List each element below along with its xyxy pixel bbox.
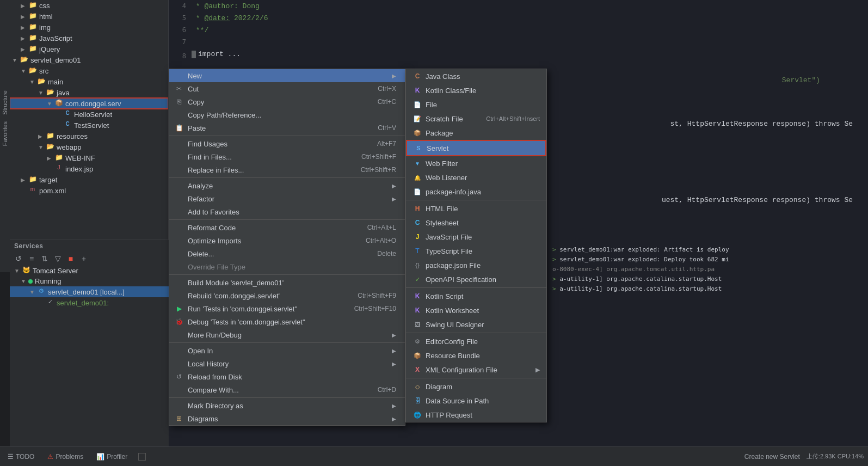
sub-sep-4 (406, 378, 546, 378)
tree-item-main[interactable]: ▼ 📂 main (10, 76, 168, 87)
tree-item-servlet-demo01[interactable]: ▼ 📂 servlet_demo01 (10, 54, 168, 65)
sub-item-file[interactable]: 📄 File (406, 97, 546, 112)
ctx-item-analyze[interactable]: Analyze ▶ (169, 179, 405, 192)
ctx-item-compare[interactable]: Compare With... Ctrl+D (169, 383, 405, 396)
ctx-item-reformat[interactable]: Reformat Code Ctrl+Alt+L (169, 221, 405, 234)
statusbar-profiler[interactable]: 📊 Profiler (93, 451, 131, 463)
sub-item-servlet[interactable]: S Servlet (406, 140, 546, 156)
folder-icon-jquery: 📁 (28, 45, 37, 53)
ctx-item-find-files[interactable]: Find in Files... Ctrl+Shift+F (169, 150, 405, 163)
tree-item-com-donggei[interactable]: ▼ 📦 com.donggei.serv (10, 98, 168, 109)
sub-item-openapi[interactable]: ✓ OpenAPI Specification (406, 272, 546, 286)
ctx-item-favorites[interactable]: Add to Favorites (169, 205, 405, 218)
tree-item-webapp[interactable]: ▼ 📂 webapp (10, 142, 168, 152)
servlet-icon-hello: C (63, 110, 72, 119)
structure-tab[interactable]: Structure (1, 87, 9, 118)
ctx-item-find-usages[interactable]: Find Usages Alt+F7 (169, 137, 405, 150)
ctx-item-rebuild[interactable]: Rebuild 'com.donggei.servlet' Ctrl+Shift… (169, 289, 405, 302)
tree-item-index-jsp[interactable]: ▶ J index.jsp (10, 163, 168, 174)
ctx-item-local-history[interactable]: Local History ▶ (169, 357, 405, 370)
sub-item-resource-bundle[interactable]: 📦 Resource Bundle (406, 348, 546, 363)
services-stop-btn[interactable]: ■ (65, 253, 76, 264)
ctx-item-mark-dir[interactable]: Mark Directory as ▶ (169, 399, 405, 412)
ctx-item-cut[interactable]: ✂ Cut Ctrl+X (169, 82, 405, 95)
sub-item-typescript-file[interactable]: T TypeScript File (406, 244, 546, 258)
sub-item-web-filter[interactable]: ▼ Web Filter (406, 156, 546, 170)
code-line-8: 8 import ... (169, 50, 868, 62)
folder-icon-main: 📂 (37, 77, 46, 86)
tree-item-resources[interactable]: ▶ 📁 resources (10, 131, 168, 142)
services-item-file[interactable]: ▶ ✓ servlet_demo01: (10, 297, 169, 308)
sub-item-xml-config[interactable]: X XML Configuration File ▶ (406, 363, 546, 377)
ctx-item-new[interactable]: New ▶ (169, 69, 405, 82)
context-menu: New ▶ ✂ Cut Ctrl+X ⎘ Copy Ctrl+C Copy Pa… (169, 69, 405, 426)
ctx-item-optimize[interactable]: Optimize Imports Ctrl+Alt+O (169, 234, 405, 247)
sub-item-swing-ui[interactable]: 🖼 Swing UI Designer (406, 317, 546, 332)
ctx-item-reload[interactable]: ↺ Reload from Disk (169, 370, 405, 383)
services-item-app[interactable]: ▼ ⚙ servlet_demo01 [local...] (10, 286, 169, 297)
statusbar-todo[interactable]: ☰ TODO (4, 451, 38, 463)
ctx-label-override: Override File Type (188, 263, 396, 271)
services-filter-btn[interactable]: ▽ (52, 253, 63, 264)
sub-item-editorconfig[interactable]: ⚙ EditorConfig File (406, 334, 546, 348)
editorconfig-icon: ⚙ (413, 336, 422, 346)
ctx-item-paste[interactable]: 📋 Paste Ctrl+V (169, 121, 405, 134)
sub-item-javascript-file[interactable]: J JavaScript File (406, 230, 546, 244)
sub-item-package[interactable]: 📦 Package (406, 126, 546, 140)
todo-icon: ☰ (8, 453, 14, 461)
sub-item-package-info[interactable]: 📄 package-info.java (406, 185, 546, 199)
tree-item-testservlet[interactable]: ▶ C TestServlet (10, 120, 168, 131)
sub-item-html-file[interactable]: H HTML File (406, 201, 546, 216)
sub-label-kotlin-class: Kotlin Class/File (426, 87, 540, 95)
profiler-icon: 📊 (96, 453, 104, 461)
services-sort-btn[interactable]: ⇅ (39, 253, 50, 264)
ctx-item-build-module[interactable]: Build Module 'servlet_demo01' (169, 276, 405, 289)
ctx-item-replace-files[interactable]: Replace in Files... Ctrl+Shift+R (169, 163, 405, 176)
sub-item-kotlin-worksheet[interactable]: K Kotlin Worksheet (406, 303, 546, 317)
tree-item-helloservlet[interactable]: ▶ C HelloServlet (10, 109, 168, 120)
ctx-item-copy-path[interactable]: Copy Path/Reference... (169, 108, 405, 121)
ctx-item-delete[interactable]: Delete... Delete (169, 247, 405, 260)
status-collapse-btn[interactable] (138, 453, 146, 461)
ctx-item-refactor[interactable]: Refactor ▶ (169, 192, 405, 205)
sub-item-package-json[interactable]: {} package.json File (406, 258, 546, 272)
tree-arrow-java: ▼ (38, 90, 46, 96)
tree-item-webinf[interactable]: ▶ 📁 WEB-INF (10, 152, 168, 163)
sub-item-kotlin-class[interactable]: K Kotlin Class/File (406, 83, 546, 97)
sub-item-java-class[interactable]: C Java Class (406, 69, 546, 83)
sub-item-kotlin-script[interactable]: K Kotlin Script (406, 289, 546, 303)
services-item-running[interactable]: ▼ Running (10, 276, 169, 286)
ctx-item-diagrams[interactable]: ⊞ Diagrams ▶ (169, 412, 405, 425)
services-refresh-btn[interactable]: ↺ (13, 253, 24, 264)
tree-item-css[interactable]: ▶ 📁 css (10, 0, 168, 11)
ctx-item-override-type[interactable]: Override File Type (169, 260, 405, 273)
ctx-label-paste: Paste (188, 124, 367, 132)
ctx-item-more-run-debug[interactable]: More Run/Debug ▶ (169, 328, 405, 341)
ctx-item-run-tests[interactable]: ▶ Run 'Tests in 'com.donggei.servlet'' C… (169, 302, 405, 315)
tree-item-target[interactable]: ▶ 📁 target (10, 174, 168, 185)
sub-item-web-listener[interactable]: 🔔 Web Listener (406, 170, 546, 185)
favorites-tab[interactable]: Favorites (1, 118, 9, 149)
services-add-btn[interactable]: + (78, 253, 89, 264)
tree-item-javascript[interactable]: ▶ 📁 JavaScript (10, 33, 168, 44)
sub-item-scratch-file[interactable]: 📝 Scratch File Ctrl+Alt+Shift+Insert (406, 112, 546, 126)
tree-item-java[interactable]: ▼ 📂 java (10, 87, 168, 98)
ctx-item-copy[interactable]: ⎘ Copy Ctrl+C (169, 95, 405, 108)
sub-item-data-source[interactable]: 🗄 Data Source in Path (406, 394, 546, 408)
ctx-sep-3 (169, 219, 405, 220)
statusbar-problems[interactable]: ⚠ Problems (44, 451, 87, 463)
services-item-tomcat[interactable]: ▼ 🐱 Tomcat Server (10, 265, 169, 276)
tree-item-html[interactable]: ▶ 📁 html (10, 11, 168, 22)
tree-label-index: index.jsp (65, 165, 93, 173)
sub-item-diagram[interactable]: ◇ Diagram (406, 379, 546, 394)
sub-item-http-request[interactable]: 🌐 HTTP Request (406, 408, 546, 422)
services-list-btn[interactable]: ≡ (26, 253, 37, 264)
tree-item-jquery[interactable]: ▶ 📁 jQuery (10, 44, 168, 54)
tree-item-src[interactable]: ▼ 📂 src (10, 65, 168, 76)
ctx-item-open-in[interactable]: Open In ▶ (169, 344, 405, 357)
tree-label-img: img (39, 23, 51, 32)
tree-item-img[interactable]: ▶ 📁 img (10, 22, 168, 33)
ctx-item-debug-tests[interactable]: 🐞 Debug 'Tests in 'com.donggei.servlet'' (169, 315, 405, 328)
tree-item-pom-xml[interactable]: ▶ m pom.xml (10, 185, 168, 196)
sub-item-stylesheet[interactable]: C Stylesheet (406, 216, 546, 230)
